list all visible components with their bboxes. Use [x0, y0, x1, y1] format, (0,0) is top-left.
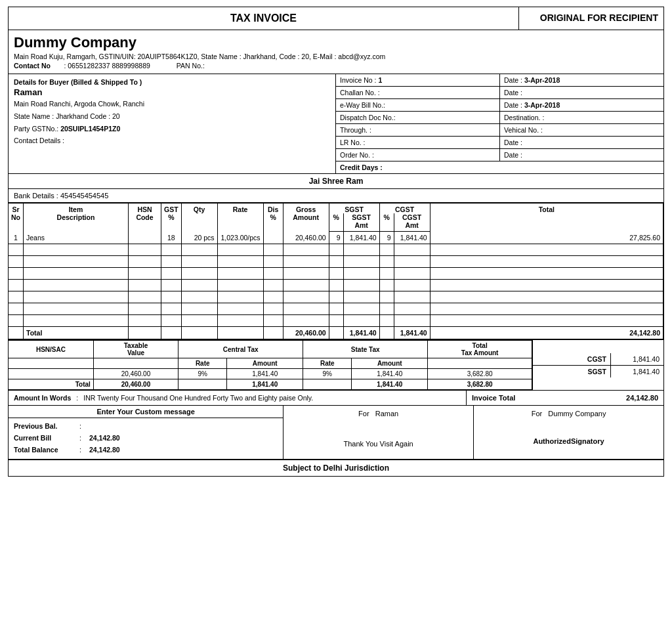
- item-gst: 18: [161, 232, 182, 244]
- items-section: Sr No Item Description HSN Code GST %: [9, 203, 663, 340]
- empty-row: [9, 256, 663, 268]
- inv-label-7: Order No. :: [336, 149, 500, 161]
- hsn-th-amt2: Amount: [352, 358, 428, 369]
- inv-row-2: Challan No. : Date :: [336, 87, 663, 99]
- th-cgst-pct: %: [379, 213, 394, 232]
- th-sgst-group: SGST: [329, 204, 379, 214]
- invoice-total-label: Invoice Total: [472, 394, 515, 402]
- inv-label-6: LR No. :: [336, 137, 500, 148]
- inv-label-3: e-Way Bill No.:: [336, 99, 500, 111]
- item-gross: 20,460.00: [283, 232, 329, 244]
- table-row: 1 Jeans 18 20 pcs 1,023.00/pcs 20,460.00…: [9, 232, 663, 244]
- item-dis: [263, 232, 283, 244]
- hsn-th-2: TaxableValue: [93, 341, 178, 358]
- table-header-row1: Sr No Item Description HSN Code GST %: [9, 204, 663, 214]
- inv-row-1: Invoice No : 1 Date : 3-Apr-2018: [336, 74, 663, 87]
- inv-row-8: Credit Days :: [336, 161, 663, 173]
- total-cgst: 1,841.40: [394, 327, 430, 339]
- hsn-ct-amt-1: 1,841.40: [227, 369, 303, 379]
- hsn-ct-rate-1: 9%: [178, 369, 227, 379]
- footer: Subject to Delhi Jurisdiction: [9, 460, 663, 476]
- hsn-st-rate-1: 9%: [303, 369, 352, 379]
- custom-msg-body: Previous Bal. : Current Bill : 24,142.80…: [9, 418, 283, 459]
- inv-row-3: e-Way Bill No.: Date : 3-Apr-2018: [336, 99, 663, 112]
- th-qty: Qty: [181, 204, 217, 232]
- empty-row: [9, 315, 663, 327]
- total-label: Total: [24, 327, 129, 339]
- totals-row: Total 20,460.00 1,841.40 1,841.40 24,142…: [9, 327, 663, 339]
- buyer-address-line1: Main Road Ranchi, Argoda Chowk, Ranchi: [14, 98, 330, 110]
- empty-row: [9, 280, 663, 291]
- hsn-total-ct: 1,841.40: [227, 379, 303, 390]
- company-section: Dummy Company Main Road Kuju, Ramgarh, G…: [9, 30, 663, 74]
- inv-value-5: Vehical No. :: [500, 124, 663, 136]
- invoice-original-label: ORIGINAL FOR RECIPIENT: [519, 7, 663, 30]
- th-cgst-amt: CGST Amt: [394, 213, 430, 232]
- prev-bal-row: Previous Bal. :: [14, 421, 278, 433]
- hsn-cgst-value: 1,841.40: [611, 353, 663, 365]
- bank-section: Bank Details : 454545454545: [9, 189, 663, 203]
- empty-row: [9, 303, 663, 315]
- invoice-wrapper: TAX INVOICE ORIGINAL FOR RECIPIENT Dummy…: [8, 7, 664, 477]
- th-cgst-group: CGST: [379, 204, 430, 214]
- inv-label-4: Dispatch Doc No.:: [336, 112, 500, 123]
- amount-words-left: Amount In Words : INR Twenty Four Thousa…: [9, 391, 467, 405]
- hsn-summary: HSN/SAC TaxableValue Central Tax State T…: [9, 340, 663, 391]
- amount-words-text: INR Twenty Four Thousand One Hundred For…: [83, 394, 313, 402]
- buyer-label: Details for Buyer (Billed & Shipped To ): [14, 78, 330, 86]
- invoice-header: TAX INVOICE ORIGINAL FOR RECIPIENT: [9, 7, 663, 30]
- inv-row-6: LR No. : Date :: [336, 137, 663, 149]
- company-name: Dummy Company: [14, 34, 658, 51]
- thank-you: Thank You Visit Again: [287, 440, 469, 448]
- th-item: Item Description: [24, 204, 129, 232]
- hsn-th-rate1: Rate: [178, 358, 227, 369]
- amount-words-label: Amount In Words: [14, 394, 71, 402]
- hsn-th-amt1: Amount: [227, 358, 303, 369]
- custom-sig-section: Enter Your Custom message Previous Bal. …: [9, 406, 663, 460]
- items-table: Sr No Item Description HSN Code GST %: [9, 203, 663, 339]
- invoice-title: TAX INVOICE: [9, 7, 519, 30]
- sig-company-title: For Dummy Company: [532, 410, 606, 418]
- item-qty: 20 pcs: [181, 232, 217, 244]
- hsn-code-1: [9, 369, 93, 379]
- buyer-gstin: Party GSTNo.: 20SUIPL1454P1Z0: [14, 123, 330, 135]
- total-balance-row: Total Balance : 24,142.80: [14, 444, 278, 456]
- amount-words-section: Amount In Words : INR Twenty Four Thousa…: [9, 391, 663, 406]
- th-dis: Dis %: [263, 204, 283, 232]
- hsn-cgst-label: CGST: [533, 353, 611, 365]
- empty-row: [9, 291, 663, 303]
- item-cgst-pct: 9: [379, 232, 394, 244]
- hsn-th-1: HSN/SAC: [9, 341, 93, 358]
- inv-value-6: Date :: [500, 137, 663, 148]
- current-bill-row: Current Bill : 24,142.80: [14, 433, 278, 444]
- hsn-table: HSN/SAC TaxableValue Central Tax State T…: [9, 340, 532, 390]
- custom-msg-block: Enter Your Custom message Previous Bal. …: [9, 406, 284, 459]
- total-sgst: 1,841.40: [343, 327, 379, 339]
- hsn-total-st: 1,841.40: [352, 379, 428, 390]
- item-sgst-amt: 1,841.40: [343, 232, 379, 244]
- bank-details-text: Bank Details : 454545454545: [14, 192, 108, 200]
- jai-shree-section: Jai Shree Ram: [9, 174, 663, 189]
- inv-row-4: Dispatch Doc No.: Destination. :: [336, 112, 663, 124]
- hsn-sgst-label: SGST: [533, 366, 611, 377]
- buyer-contact: Contact Details :: [14, 135, 330, 146]
- inv-value-1: Date : 3-Apr-2018: [500, 74, 663, 86]
- inv-value-3: Date : 3-Apr-2018: [500, 99, 663, 111]
- sig-raman-title: For Raman: [358, 410, 398, 418]
- invoice-total-value: 24,142.80: [626, 394, 658, 402]
- hsn-total-tax: 3,682.80: [428, 379, 532, 390]
- sig-for-raman: For Raman Thank You Visit Again: [284, 406, 474, 459]
- sig-for-company: For Dummy Company AuthorizedSignatory: [474, 406, 663, 459]
- hsn-left: HSN/SAC TaxableValue Central Tax State T…: [9, 340, 532, 390]
- buyer-section: Details for Buyer (Billed & Shipped To )…: [9, 74, 336, 173]
- hsn-header: HSN/SAC TaxableValue Central Tax State T…: [9, 341, 532, 358]
- hsn-total-row: Total 20,460.00 1,841.40 1,841.40 3,682.…: [9, 379, 532, 390]
- hsn-total-label: Total: [9, 379, 93, 390]
- th-sgst-amt: SGST Amt: [343, 213, 379, 232]
- inv-label-1: Invoice No : 1: [336, 74, 500, 86]
- inv-row-7: Order No. : Date :: [336, 149, 663, 161]
- invoice-details-section: Invoice No : 1 Date : 3-Apr-2018 Challan…: [336, 74, 663, 173]
- hsn-cgst-row: CGST 1,841.40: [533, 353, 663, 366]
- hsn-th-rate2: Rate: [303, 358, 352, 369]
- hsn-sgst-value: 1,841.40: [611, 366, 663, 377]
